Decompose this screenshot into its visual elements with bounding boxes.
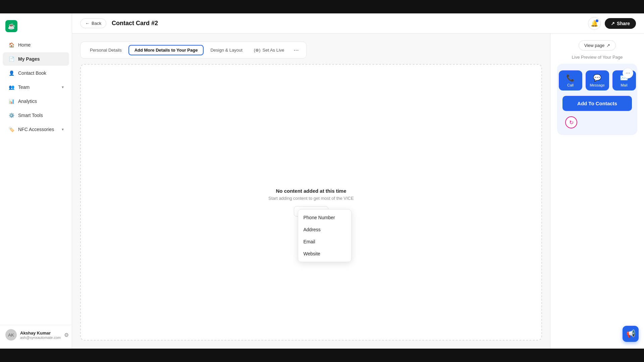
- my-pages-icon: 📄: [8, 56, 15, 62]
- sidebar-footer: AK Akshay Kumar ash@synxautomate.com ⚙: [0, 325, 72, 345]
- notification-dot: [596, 19, 598, 22]
- preview-message-button[interactable]: 💬 Message: [586, 70, 609, 90]
- back-button[interactable]: ← Back: [80, 18, 106, 28]
- external-link-icon: ↗: [606, 43, 610, 48]
- content-header: ← Back Contact Card #2 🔔 ↗ Share: [72, 13, 644, 34]
- sidebar-item-contact-book[interactable]: 👤 Contact Book: [3, 66, 69, 80]
- floating-action-button[interactable]: 📢: [623, 326, 639, 342]
- tab-design-layout[interactable]: Design & Layout: [205, 46, 248, 55]
- preview-brand-icon[interactable]: ↻: [565, 116, 577, 128]
- user-name: Akshay Kumar: [20, 330, 61, 336]
- page-content: Personal Details Add More Details to You…: [72, 34, 644, 349]
- notification-button[interactable]: 🔔: [588, 17, 601, 30]
- no-content-title: No content added at this time: [276, 188, 346, 194]
- nfc-chevron-icon: ▾: [62, 127, 64, 132]
- sidebar-logo: ☕: [0, 17, 72, 38]
- user-email: ash@synxautomate.com: [20, 336, 61, 340]
- editor-main: No content added at this time Start addi…: [80, 64, 542, 341]
- header-right: 🔔 ↗ Share: [588, 17, 636, 30]
- sidebar-nav: 🏠 Home 📄 My Pages 👤 Contact Book 👥 Team …: [0, 38, 72, 325]
- tab-bar: Personal Details Add More Details to You…: [80, 42, 307, 59]
- set-live-label: Set As Live: [263, 48, 284, 53]
- brand-logo-icon: ↻: [569, 119, 574, 126]
- dropdown-item-email[interactable]: Email: [298, 236, 351, 248]
- smart-tools-icon: ⚙️: [8, 112, 15, 119]
- no-content-subtitle: Start adding content to get most of the …: [268, 196, 354, 201]
- sidebar-item-analytics-label: Analytics: [18, 99, 64, 104]
- announcement-icon: 📢: [626, 329, 635, 338]
- mail-label: Mail: [621, 83, 627, 87]
- bottom-bar: [0, 349, 644, 362]
- team-chevron-icon: ▾: [62, 85, 64, 89]
- add-to-contacts-button[interactable]: Add To Contacts: [562, 96, 632, 111]
- header-left: ← Back Contact Card #2: [80, 18, 158, 28]
- sidebar-item-nfc-accessories-label: NFC Accessories: [18, 127, 58, 132]
- app-logo-icon: ☕: [5, 20, 17, 32]
- preview-card: ··· 📞 Call 💬 Message ✉️ Mail: [557, 64, 637, 135]
- sidebar-item-contact-book-label: Contact Book: [18, 70, 64, 76]
- tab-more-button[interactable]: ···: [290, 45, 302, 56]
- preview-call-button[interactable]: 📞 Call: [559, 70, 582, 90]
- sidebar-item-smart-tools-label: Smart Tools: [18, 113, 64, 118]
- preview-panel: View page ↗ Live Preview of Your Page ··…: [550, 34, 644, 349]
- dropdown-item-website[interactable]: Website: [298, 248, 351, 260]
- call-icon: 📞: [566, 74, 575, 82]
- sidebar-item-nfc-accessories[interactable]: 🏷️ NFC Accessories ▾: [3, 123, 69, 136]
- nfc-accessories-icon: 🏷️: [8, 126, 15, 133]
- team-icon: 👥: [8, 84, 15, 90]
- sidebar-item-home[interactable]: 🏠 Home: [3, 38, 69, 52]
- home-icon: 🏠: [8, 42, 15, 48]
- page-title: Contact Card #2: [112, 20, 158, 27]
- sidebar-item-team-label: Team: [18, 84, 58, 90]
- sidebar-item-my-pages-label: My Pages: [18, 56, 64, 62]
- user-info: Akshay Kumar ash@synxautomate.com: [20, 330, 61, 340]
- analytics-icon: 📊: [8, 98, 15, 105]
- call-label: Call: [567, 83, 574, 87]
- share-icon: ↗: [611, 21, 615, 26]
- live-preview-label: Live Preview of Your Page: [557, 55, 637, 60]
- avatar: AK: [5, 329, 17, 341]
- sidebar-item-analytics[interactable]: 📊 Analytics: [3, 95, 69, 108]
- sidebar-item-team[interactable]: 👥 Team ▾: [3, 80, 69, 94]
- settings-icon[interactable]: ⚙: [64, 332, 69, 338]
- message-icon: 💬: [593, 74, 601, 82]
- view-page-button[interactable]: View page ↗: [579, 40, 616, 51]
- sidebar-item-my-pages[interactable]: 📄 My Pages: [3, 52, 69, 66]
- tab-add-more-details[interactable]: Add More Details to Your Page: [128, 45, 204, 55]
- editor-panel: Personal Details Add More Details to You…: [72, 34, 550, 349]
- contact-book-icon: 👤: [8, 70, 15, 76]
- sidebar: ☕ 🏠 Home 📄 My Pages 👤 Contact Book 👥 Tea…: [0, 13, 72, 349]
- message-label: Message: [590, 83, 605, 87]
- top-bar: [0, 0, 644, 13]
- sidebar-item-smart-tools[interactable]: ⚙️ Smart Tools: [3, 109, 69, 122]
- back-arrow-icon: ←: [85, 21, 90, 26]
- tab-set-live[interactable]: (⊗) Set As Live: [249, 46, 289, 55]
- share-button[interactable]: ↗ Share: [605, 18, 636, 29]
- set-live-icon: (⊗): [254, 48, 261, 53]
- dropdown-item-phone-number[interactable]: Phone Number: [298, 212, 351, 224]
- dropdown-item-address[interactable]: Address: [298, 224, 351, 236]
- content-area: ← Back Contact Card #2 🔔 ↗ Share: [72, 13, 644, 349]
- add-content-dropdown: Phone Number Address Email Website: [298, 209, 352, 262]
- sidebar-item-home-label: Home: [18, 42, 64, 48]
- tab-personal-details[interactable]: Personal Details: [85, 46, 127, 55]
- preview-dots-button[interactable]: ···: [623, 68, 633, 78]
